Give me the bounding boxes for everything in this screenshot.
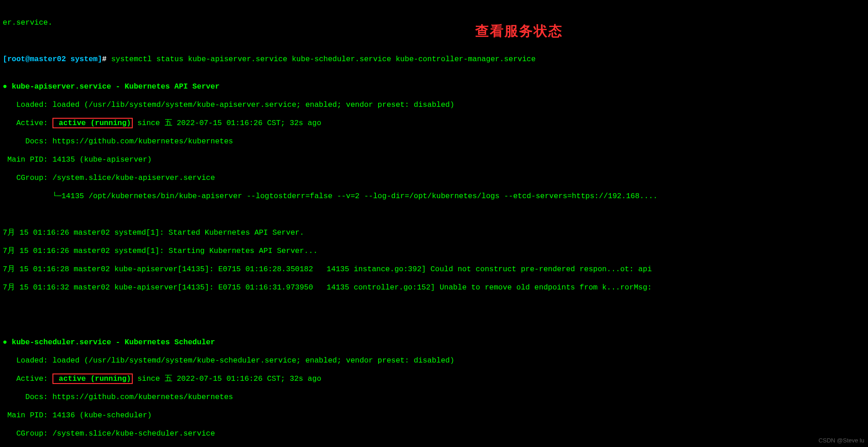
svc1-cg2: └─14135 /opt/kubernetes/bin/kube-apiserv…	[3, 192, 658, 200]
svc2-active-post: since 五 2022-07-15 01:16:26 CST; 32s ago	[133, 374, 321, 383]
svc2-loaded-pre: Loaded:	[3, 356, 52, 365]
bullet-icon: ●	[3, 82, 7, 91]
prompt-user: [root@master02	[3, 55, 71, 63]
svc1-active-box: active (running)	[52, 118, 133, 128]
svc1-active-post: since 五 2022-07-15 01:16:26 CST; 32s ago	[133, 119, 321, 127]
watermark-text: CSDN @Steve lu	[818, 436, 864, 445]
svc1-log3: 7月 15 01:16:28 master02 kube-apiserver[1…	[3, 265, 652, 273]
bullet-icon: ●	[3, 338, 7, 347]
prev-output: er.service.	[3, 18, 52, 27]
svc2-docs: Docs: https://github.com/kubernetes/kube…	[3, 393, 233, 401]
prompt-hash: #	[102, 55, 111, 63]
svc2-cgroup: CGroup: /system.slice/kube-scheduler.ser…	[3, 429, 215, 438]
terminal-output[interactable]: er.service. [root@master02 system]# syst…	[0, 0, 868, 447]
svc2-active-pre: Active:	[3, 374, 52, 383]
svc1-active-pre: Active:	[3, 119, 52, 127]
svc1-log2: 7月 15 01:16:26 master02 systemd[1]: Star…	[3, 247, 317, 255]
prompt-path: system]	[71, 55, 102, 63]
annotation-red-text: 查看服务状态	[475, 26, 563, 36]
svc1-loaded-val: loaded (/usr/lib/systemd/system/kube-api…	[52, 100, 454, 109]
svc1-loaded-pre: Loaded:	[3, 100, 52, 109]
svc1-pid: Main PID: 14135 (kube-apiserver)	[3, 155, 152, 164]
svc1-header: kube-apiserver.service - Kubernetes API …	[7, 82, 219, 91]
svc1-log1: 7月 15 01:16:26 master02 systemd[1]: Star…	[3, 228, 304, 237]
svc2-active-box: active (running)	[52, 373, 133, 384]
svc1-log4: 7月 15 01:16:32 master02 kube-apiserver[1…	[3, 283, 652, 292]
command-text: systemctl status kube-apiserver.service …	[111, 55, 536, 63]
svc1-docs: Docs: https://github.com/kubernetes/kube…	[3, 137, 233, 146]
svc2-pid: Main PID: 14136 (kube-scheduler)	[3, 411, 152, 420]
svc1-cgroup: CGroup: /system.slice/kube-apiserver.ser…	[3, 174, 215, 182]
svc2-header: kube-scheduler.service - Kubernetes Sche…	[7, 338, 215, 347]
svc2-loaded-val: loaded (/usr/lib/systemd/system/kube-sch…	[52, 356, 454, 365]
